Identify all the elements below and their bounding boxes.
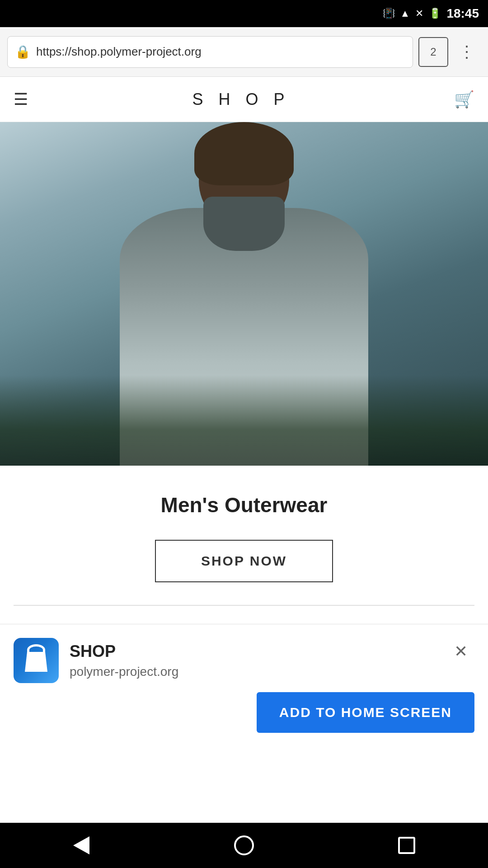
shop-now-button[interactable]: SHOP NOW — [155, 540, 333, 582]
hamburger-menu-icon[interactable]: ☰ — [14, 90, 28, 109]
banner-app-name: SHOP — [70, 642, 436, 661]
background-trees — [0, 375, 488, 466]
wifi-icon: ▲ — [400, 8, 410, 19]
status-time: 18:45 — [446, 6, 479, 21]
add-to-home-banner: SHOP polymer-project.org ✕ ADD TO HOME S… — [0, 624, 488, 751]
browser-chrome: 🔒 https://shop.polymer-project.org 2 ⋮ — [0, 27, 488, 77]
product-title: Men's Outerwear — [14, 493, 474, 517]
person-collar — [203, 197, 285, 251]
overview-square-icon — [398, 837, 415, 854]
close-banner-button[interactable]: ✕ — [447, 638, 474, 665]
url-text: https://shop.polymer-project.org — [36, 45, 405, 59]
android-nav-bar — [0, 823, 488, 868]
home-button[interactable] — [226, 827, 262, 863]
cart-icon[interactable]: 🛒 — [454, 90, 474, 109]
banner-domain: polymer-project.org — [70, 665, 436, 679]
home-circle-icon — [234, 835, 254, 855]
app-icon — [14, 638, 59, 683]
tab-count-button[interactable]: 2 — [418, 37, 448, 67]
banner-text-group: SHOP polymer-project.org — [70, 642, 436, 679]
status-bar: 📳 ▲ ✕ 🔋 18:45 — [0, 0, 488, 27]
back-button[interactable] — [63, 827, 99, 863]
content-section: Men's Outerwear SHOP NOW — [0, 466, 488, 624]
browser-menu-button[interactable]: ⋮ — [454, 37, 481, 67]
section-divider — [14, 605, 474, 606]
shop-title: S H O P — [192, 90, 290, 109]
add-to-home-screen-button[interactable]: ADD TO HOME SCREEN — [257, 692, 474, 733]
shop-header: ☰ S H O P 🛒 — [0, 77, 488, 122]
url-bar[interactable]: 🔒 https://shop.polymer-project.org — [7, 36, 413, 68]
signal-icon: ✕ — [415, 8, 423, 19]
vibrate-icon: 📳 — [383, 8, 395, 19]
overview-button[interactable] — [389, 827, 425, 863]
hero-image — [0, 122, 488, 466]
lock-icon: 🔒 — [15, 44, 31, 59]
banner-top-row: SHOP polymer-project.org ✕ — [14, 638, 474, 683]
back-arrow-icon — [73, 836, 89, 854]
battery-icon: 🔋 — [429, 8, 441, 19]
